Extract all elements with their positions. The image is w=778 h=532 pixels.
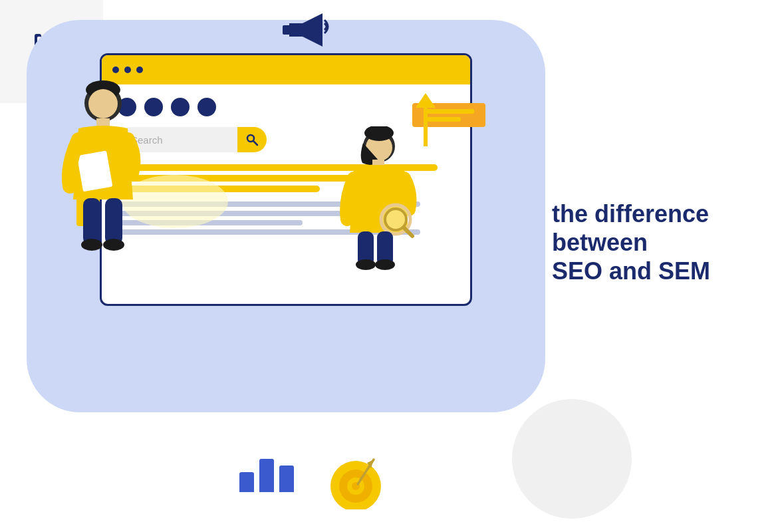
gray-circle-decoration (512, 399, 632, 519)
browser-dot-2 (124, 66, 131, 73)
bar-1 (239, 472, 254, 492)
bar-chart-decoration (239, 459, 294, 492)
svg-marker-7 (289, 13, 323, 47)
svg-rect-15 (77, 150, 113, 192)
nav-dot-4 (197, 98, 216, 116)
svg-point-30 (375, 259, 395, 270)
svg-line-6 (253, 141, 257, 145)
character-woman (339, 126, 419, 273)
character-man (60, 80, 146, 253)
svg-rect-16 (83, 198, 100, 245)
bar-3 (279, 466, 294, 492)
search-icon (245, 133, 259, 146)
svg-rect-17 (105, 198, 122, 245)
main-title: the difference between SEO and SEM (552, 200, 738, 286)
svg-marker-10 (416, 93, 436, 108)
svg-point-14 (88, 89, 118, 118)
megaphone-icon (279, 7, 332, 53)
title-line-2: between (552, 229, 648, 256)
character-woman-svg (339, 126, 419, 273)
nav-dot-2 (144, 98, 163, 116)
search-button-illustration (237, 127, 267, 152)
svg-point-19 (103, 239, 124, 251)
bar-2 (259, 459, 274, 492)
browser-nav-dots (118, 98, 454, 116)
nav-dot-3 (171, 98, 190, 116)
target-icon (326, 450, 386, 509)
svg-rect-8 (283, 25, 291, 35)
megaphone-decoration (279, 7, 332, 56)
character-man-svg (60, 80, 146, 253)
browser-titlebar (102, 55, 470, 84)
title-line-3: SEO and SEM (552, 257, 710, 285)
svg-point-18 (81, 239, 102, 251)
browser-dot-3 (136, 66, 143, 73)
browser-dot-1 (112, 66, 119, 73)
target-decoration (326, 450, 386, 512)
main-text-area: the difference between SEO and SEM (552, 200, 738, 286)
svg-point-29 (356, 259, 376, 270)
title-line-1: the difference (552, 200, 709, 227)
